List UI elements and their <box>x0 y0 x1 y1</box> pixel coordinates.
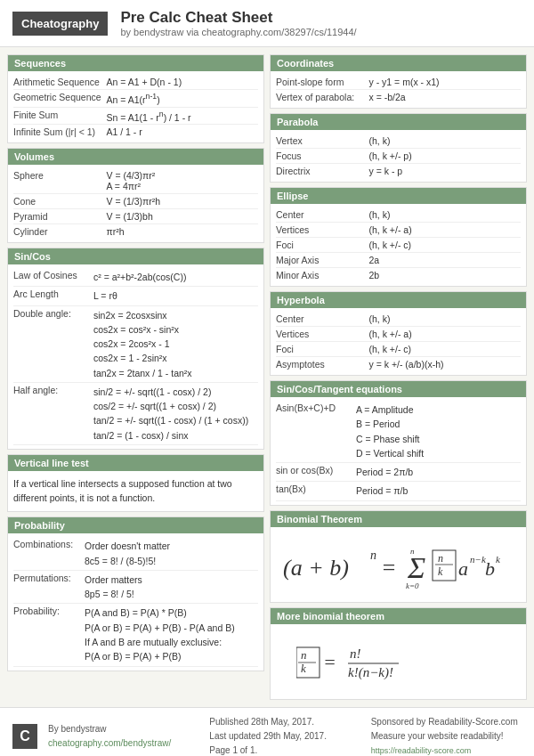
volumes-header: Volumes <box>8 149 263 165</box>
table-row: Asymptotes y = k +/- (a/b)(x-h) <box>276 357 521 371</box>
ellipse-body: Center (h, k) Vertices (h, k +/- a) Foci… <box>271 204 526 286</box>
vlt-body: If a vertical line intersects a supposed… <box>8 471 263 512</box>
sincostan-section: Sin/Cos/Tangent equations Asin(Bx+C)+D A… <box>270 380 527 506</box>
table-row: Center (h, k) <box>276 312 521 327</box>
ellipse-header: Ellipse <box>271 188 526 204</box>
svg-text:n!: n! <box>350 646 361 661</box>
table-row: Foci (h, k +/- c) <box>276 342 521 357</box>
svg-text:n: n <box>410 547 415 556</box>
svg-text:k=0: k=0 <box>406 581 419 590</box>
table-row: Vertex (h, k) <box>276 134 521 149</box>
table-row: Arc Length L = rθ <box>13 287 258 305</box>
binomial-body: (a + b) n = Σ k=0 n n k a <box>271 527 526 602</box>
svg-text:(a + b): (a + b) <box>283 555 349 581</box>
probability-header: Probability <box>8 517 263 533</box>
footer-sponsor-desc: Measure your website readability! <box>371 729 522 744</box>
svg-text:k: k <box>301 662 306 675</box>
footer-updated: Last updated 29th May, 2017. <box>209 729 360 744</box>
table-row: Half angle: sin/2 = +/- sqrt((1 - cosx) … <box>13 383 258 445</box>
footer-author-url: cheatography.com/bendystraw/ <box>48 736 198 751</box>
parabola-header: Parabola <box>271 114 526 130</box>
svg-rect-9 <box>433 550 456 581</box>
table-row: Sphere V = (4/3)πr²A = 4πr² <box>13 168 258 194</box>
table-row: Infinite Sum (|r| < 1) A1 / 1 - r <box>13 125 258 139</box>
vlt-header: Vertical line test <box>8 455 263 471</box>
table-row: Cylinder πr²h <box>13 224 258 239</box>
hyperbola-header: Hyperbola <box>271 292 526 308</box>
svg-text:=: = <box>381 555 397 581</box>
parabola-body: Vertex (h, k) Focus (h, k +/- p) Directr… <box>271 130 526 182</box>
more-binomial-body: n k = n! k!(n−k)! <box>271 624 526 699</box>
table-row: Center (h, k) <box>276 207 521 223</box>
table-row: Finite Sum Sn = A1(1 - rn) / 1 - r <box>13 108 258 126</box>
footer-sponsor: Sponsored by Readability-Score.com <box>371 715 522 729</box>
sequences-section: Sequences Arithmetic Sequence An = A1 + … <box>7 54 264 143</box>
logo: Cheatography <box>12 12 108 36</box>
table-row: Asin(Bx+C)+D A = Amplitude B = Period C … <box>276 401 521 463</box>
binomial-formula: (a + b) n = Σ k=0 n n k a <box>276 531 521 598</box>
table-row: sin or cos(Bx) Period = 2π/b <box>276 463 521 482</box>
vlt-section: Vertical line test If a vertical line in… <box>7 454 264 513</box>
table-row: Focus (h, k +/- p) <box>276 149 521 164</box>
page-header: Cheatography Pre Calc Cheat Sheet by ben… <box>0 0 534 47</box>
binomial-header: Binomial Theorem <box>271 511 526 527</box>
volumes-body: Sphere V = (4/3)πr²A = 4πr² Cone V = (1/… <box>8 165 263 242</box>
sequences-body: Arithmetic Sequence An = A1 + D(n - 1) G… <box>8 71 263 142</box>
volumes-section: Volumes Sphere V = (4/3)πr²A = 4πr² Cone… <box>7 148 264 243</box>
sincostan-body: Asin(Bx+C)+D A = Amplitude B = Period C … <box>271 397 526 505</box>
table-row: Foci (h, k +/- c) <box>276 238 521 253</box>
footer-published: Published 28th May, 2017. <box>209 715 360 729</box>
table-row: Major Axis 2a <box>276 253 521 268</box>
svg-text:b: b <box>485 557 495 580</box>
svg-text:k: k <box>496 554 501 565</box>
svg-text:n: n <box>301 648 307 662</box>
footer-author-col: By bendystraw cheatography.com/bendystra… <box>48 722 198 751</box>
table-row: Pyramid V = (1/3)bh <box>13 209 258 224</box>
svg-text:n: n <box>438 552 443 565</box>
table-row: Minor Axis 2b <box>276 268 521 282</box>
sequences-header: Sequences <box>8 55 263 71</box>
left-column: Sequences Arithmetic Sequence An = A1 + … <box>7 54 264 700</box>
binomial-section: Binomial Theorem (a + b) n = Σ k=0 n n k <box>270 510 527 603</box>
right-column: Coordinates Point-slope form y - y1 = m(… <box>270 54 527 700</box>
table-row: Probability: P(A and B) = P(A) * P(B) P(… <box>13 604 258 666</box>
svg-text:a: a <box>458 557 468 580</box>
table-row: Combinations: Order doesn't matter 8c5 =… <box>13 537 258 571</box>
coordinates-section: Coordinates Point-slope form y - y1 = m(… <box>270 54 527 109</box>
page-footer: C By bendystraw cheatography.com/bendyst… <box>0 707 534 756</box>
more-binomial-formula: n k = n! k!(n−k)! <box>276 628 521 695</box>
hyperbola-section: Hyperbola Center (h, k) Vertices (h, k +… <box>270 291 527 376</box>
vlt-text: If a vertical line intersects a supposed… <box>13 475 258 508</box>
footer-sponsor-url: https://readability-score.com <box>371 744 522 756</box>
svg-text:n: n <box>370 549 376 562</box>
svg-text:Σ: Σ <box>407 551 425 584</box>
page-title: Pre Calc Cheat Sheet <box>120 9 356 27</box>
table-row: Geometric Sequence An = A1(rn-1) <box>13 90 258 108</box>
table-row: Vertices (h, k +/- a) <box>276 327 521 342</box>
coordinates-header: Coordinates <box>271 55 526 71</box>
footer-page: Page 1 of 1. <box>209 744 360 756</box>
probability-body: Combinations: Order doesn't matter 8c5 =… <box>8 533 263 670</box>
table-row: Cone V = (1/3)πr²h <box>13 194 258 209</box>
sincostan-header: Sin/Cos/Tangent equations <box>271 381 526 397</box>
table-row: Directrix y = k - p <box>276 164 521 178</box>
footer-author: By bendystraw <box>48 722 198 736</box>
more-binomial-header: More binomial theorem <box>271 608 526 624</box>
more-binomial-section: More binomial theorem n k = n! k! <box>270 607 527 700</box>
header-byline: by bendystraw via cheatography.com/38297… <box>120 27 356 37</box>
table-row: tan(Bx) Period = π/b <box>276 482 521 500</box>
table-row: Point-slope form y - y1 = m(x - x1) <box>276 75 521 90</box>
table-row: Vertices (h, k +/- a) <box>276 223 521 238</box>
svg-text:k!(n−k)!: k!(n−k)! <box>348 665 393 680</box>
svg-text:=: = <box>323 651 336 673</box>
svg-text:k: k <box>438 565 443 578</box>
table-row: Vertex of parabola: x = -b/2a <box>276 90 521 104</box>
table-row: Double angle: sin2x = 2cosxsinx cos2x = … <box>13 306 258 383</box>
table-row: Law of Cosines c² = a²+b²-2ab(cos(C)) <box>13 268 258 287</box>
main-content: Sequences Arithmetic Sequence An = A1 + … <box>0 47 534 707</box>
table-row: Arithmetic Sequence An = A1 + D(n - 1) <box>13 75 258 90</box>
table-row: Permutations: Order matters 8p5 = 8! / 5… <box>13 571 258 605</box>
footer-sponsor-col: Sponsored by Readability-Score.com Measu… <box>371 715 522 756</box>
parabola-section: Parabola Vertex (h, k) Focus (h, k +/- p… <box>270 113 527 183</box>
sincos-header: Sin/Cos <box>8 248 263 264</box>
